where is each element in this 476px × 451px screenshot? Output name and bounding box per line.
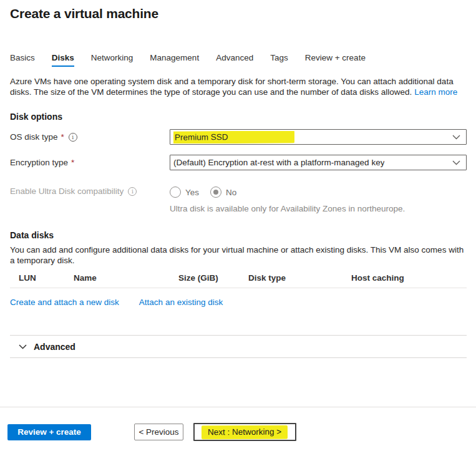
ultra-disk-helper-text: Ultra disk is available only for Availab…: [170, 204, 405, 213]
os-disk-type-value: Premium SSD: [175, 132, 228, 142]
data-disks-table-header: LUN Name Size (GiB) Disk type Host cachi…: [10, 273, 467, 288]
ultra-disk-radio-group: Yes No: [170, 187, 405, 198]
tab-networking[interactable]: Networking: [91, 53, 134, 67]
radio-no: [210, 187, 221, 198]
advanced-label: Advanced: [34, 342, 75, 352]
tab-basics[interactable]: Basics: [10, 53, 35, 67]
encryption-type-value: (Default) Encryption at-rest with a plat…: [173, 158, 384, 167]
ultra-disk-label-cell: Enable Ultra Disk compatibility i: [10, 187, 170, 196]
radio-yes-label: Yes: [185, 188, 199, 197]
tab-tags[interactable]: Tags: [270, 53, 288, 67]
required-asterisk: *: [61, 132, 64, 142]
info-icon[interactable]: i: [69, 133, 77, 142]
required-asterisk: *: [71, 158, 74, 167]
os-disk-type-row: OS disk type * i Premium SSD: [10, 129, 467, 145]
tab-management[interactable]: Management: [150, 53, 199, 67]
data-disks-description: You can add and configure additional dat…: [10, 245, 467, 266]
info-icon[interactable]: i: [128, 187, 137, 196]
create-attach-new-disk-link[interactable]: Create and attach a new disk: [10, 298, 119, 307]
create-vm-page: Create a virtual machine Basics Disks Ne…: [0, 0, 476, 451]
data-disks-links: Create and attach a new disk Attach an e…: [10, 298, 467, 307]
os-disk-type-label-cell: OS disk type * i: [10, 132, 170, 142]
next-networking-button[interactable]: Next : Networking >: [193, 423, 296, 441]
ultra-disk-row: Enable Ultra Disk compatibility i Yes No…: [10, 187, 467, 213]
page-title: Create a virtual machine: [10, 0, 467, 21]
encryption-type-row: Encryption type * (Default) Encryption a…: [10, 155, 467, 170]
encryption-type-label: Encryption type: [10, 158, 68, 167]
encryption-type-label-cell: Encryption type *: [10, 158, 170, 167]
intro-text: Azure VMs have one operating system disk…: [10, 76, 467, 97]
os-disk-type-label: OS disk type: [10, 132, 58, 142]
column-lun: LUN: [19, 273, 74, 283]
intro-body: Azure VMs have one operating system disk…: [10, 77, 454, 97]
ultra-disk-controls: Yes No Ultra disk is available only for …: [170, 187, 405, 213]
previous-button[interactable]: < Previous: [134, 424, 183, 440]
attach-existing-disk-link[interactable]: Attach an existing disk: [139, 298, 223, 307]
column-disk-type: Disk type: [248, 273, 351, 283]
radio-yes: [170, 187, 181, 198]
wizard-footer: Review + create < Previous Next : Networ…: [0, 407, 476, 441]
highlight-marker: Premium SSD: [173, 131, 294, 143]
disk-options-heading: Disk options: [10, 112, 467, 122]
column-size: Size (GiB): [178, 273, 248, 283]
data-disks-heading: Data disks: [10, 230, 467, 240]
chevron-down-icon: [19, 344, 27, 349]
column-name: Name: [74, 273, 178, 283]
learn-more-link[interactable]: Learn more: [414, 87, 457, 97]
column-host-caching: Host caching: [351, 273, 467, 283]
review-create-button[interactable]: Review + create: [7, 424, 91, 440]
encryption-type-select[interactable]: (Default) Encryption at-rest with a plat…: [170, 155, 467, 170]
tab-advanced[interactable]: Advanced: [216, 53, 253, 67]
wizard-tabs: Basics Disks Networking Management Advan…: [10, 53, 467, 67]
radio-no-label: No: [226, 188, 236, 197]
chevron-down-icon: [452, 135, 460, 140]
tab-review-create[interactable]: Review + create: [305, 53, 366, 67]
chevron-down-icon: [452, 160, 460, 165]
tab-disks[interactable]: Disks: [52, 53, 74, 67]
ultra-disk-label: Enable Ultra Disk compatibility: [10, 187, 124, 196]
advanced-section-toggle[interactable]: Advanced: [10, 336, 467, 358]
os-disk-type-select[interactable]: Premium SSD: [170, 129, 467, 145]
highlight-marker: Next : Networking >: [202, 425, 288, 439]
